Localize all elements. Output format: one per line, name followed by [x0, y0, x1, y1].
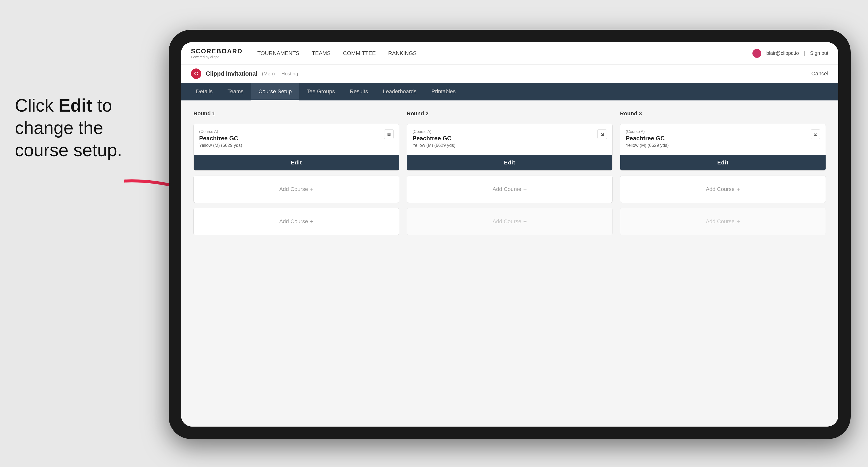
course-card-header: (Course A) Peachtree GC Yellow (M) (6629…: [199, 129, 394, 148]
round-3-add-course-1[interactable]: Add Course +: [620, 176, 826, 203]
tab-teams[interactable]: Teams: [220, 83, 251, 100]
tournament-name: Clippd Invitational: [206, 70, 257, 77]
r3-course-card-info: (Course A) Peachtree GC Yellow (M) (6629…: [626, 129, 811, 148]
r2-course-details: Yellow (M) (6629 yds): [412, 143, 597, 148]
r3-course-label: (Course A): [626, 129, 811, 134]
r3-add-course-label-2: Add Course: [706, 218, 735, 225]
rounds-container: Round 1 (Course A) Peachtree GC Yellow (…: [193, 111, 826, 235]
nav-link-rankings[interactable]: RANKINGS: [388, 50, 416, 57]
top-nav: SCOREBOARD Powered by clippd TOURNAMENTS…: [181, 42, 838, 64]
tournament-logo: C: [191, 68, 202, 79]
tab-details[interactable]: Details: [188, 83, 220, 100]
sign-out-link[interactable]: Sign out: [810, 50, 828, 56]
r3-course-delete-button[interactable]: ⊠: [811, 129, 820, 139]
r2-add-course-plus-icon: +: [523, 186, 527, 193]
instruction-text: Click Edit tochange thecourse setup.: [15, 94, 122, 161]
user-avatar: [752, 49, 762, 58]
round-3-title: Round 3: [620, 111, 826, 117]
r3-course-name: Peachtree GC: [626, 135, 811, 142]
logo-title: SCOREBOARD: [191, 48, 243, 55]
round-1-title: Round 1: [193, 111, 399, 117]
round-3-edit-button[interactable]: Edit: [620, 155, 826, 170]
round-1-edit-button[interactable]: Edit: [194, 155, 399, 170]
r3-course-details: Yellow (M) (6629 yds): [626, 143, 811, 148]
r2-add-course-label: Add Course: [493, 186, 521, 192]
r2-add-course-label-2: Add Course: [493, 218, 521, 225]
round-2-course-card: (Course A) Peachtree GC Yellow (M) (6629…: [407, 124, 613, 170]
scoreboard-logo: SCOREBOARD Powered by clippd: [191, 48, 243, 59]
user-email: blair@clippd.io: [766, 50, 799, 56]
tournament-gender: (Men): [262, 71, 275, 76]
tablet-frame: SCOREBOARD Powered by clippd TOURNAMENTS…: [168, 30, 850, 439]
nav-link-teams[interactable]: TEAMS: [312, 50, 331, 57]
nav-links: TOURNAMENTS TEAMS COMMITTEE RANKINGS: [257, 50, 416, 57]
nav-link-committee[interactable]: COMMITTEE: [343, 50, 376, 57]
tournament-status: Hosting: [281, 71, 298, 76]
add-course-plus-icon-2: +: [310, 218, 313, 225]
tablet-screen: SCOREBOARD Powered by clippd TOURNAMENTS…: [181, 42, 838, 427]
round-3-add-course-2: Add Course +: [620, 208, 826, 235]
round-2-add-course-1[interactable]: Add Course +: [407, 176, 613, 203]
tab-course-setup[interactable]: Course Setup: [251, 83, 299, 100]
course-delete-button[interactable]: ⊠: [384, 129, 394, 139]
r3-add-course-label: Add Course: [706, 186, 735, 192]
tab-tee-groups[interactable]: Tee Groups: [299, 83, 342, 100]
round-2-title: Round 2: [407, 111, 613, 117]
add-course-label-2: Add Course: [279, 218, 308, 225]
r3-course-card-actions: ⊠: [811, 129, 820, 139]
tabs-bar: Details Teams Course Setup Tee Groups Re…: [181, 83, 838, 100]
round-2-add-course-2: Add Course +: [407, 208, 613, 235]
r2-course-card-info: (Course A) Peachtree GC Yellow (M) (6629…: [412, 129, 597, 148]
r3-add-course-plus-icon: +: [737, 186, 740, 193]
add-course-label: Add Course: [279, 186, 308, 192]
tournament-info: C Clippd Invitational (Men) Hosting: [191, 68, 298, 79]
r2-course-label: (Course A): [412, 129, 597, 134]
round-2-edit-button[interactable]: Edit: [407, 155, 612, 170]
round-3-column: Round 3 (Course A) Peachtree GC Yellow (…: [620, 111, 826, 235]
round-1-add-course-2[interactable]: Add Course +: [193, 208, 399, 235]
r2-course-name: Peachtree GC: [412, 135, 597, 142]
nav-left: SCOREBOARD Powered by clippd TOURNAMENTS…: [191, 48, 416, 59]
add-course-plus-icon: +: [310, 186, 313, 193]
main-content: Round 1 (Course A) Peachtree GC Yellow (…: [181, 100, 838, 427]
logo-sub: Powered by clippd: [191, 55, 243, 59]
nav-link-tournaments[interactable]: TOURNAMENTS: [257, 50, 300, 57]
r2-course-delete-button[interactable]: ⊠: [597, 129, 607, 139]
course-label: (Course A): [199, 129, 384, 134]
r2-course-card-header: (Course A) Peachtree GC Yellow (M) (6629…: [412, 129, 607, 148]
course-card-info: (Course A) Peachtree GC Yellow (M) (6629…: [199, 129, 384, 148]
r2-add-course-plus-icon-2: +: [523, 218, 527, 225]
r3-course-card-header: (Course A) Peachtree GC Yellow (M) (6629…: [626, 129, 820, 148]
round-1-column: Round 1 (Course A) Peachtree GC Yellow (…: [193, 111, 399, 235]
course-card-actions: ⊠: [384, 129, 394, 139]
round-1-course-card: (Course A) Peachtree GC Yellow (M) (6629…: [193, 124, 399, 170]
tournament-bar: C Clippd Invitational (Men) Hosting Canc…: [181, 64, 838, 83]
tab-results[interactable]: Results: [342, 83, 375, 100]
course-name: Peachtree GC: [199, 135, 384, 142]
r3-add-course-plus-icon-2: +: [737, 218, 740, 225]
nav-right: blair@clippd.io | Sign out: [752, 49, 828, 58]
tab-printables[interactable]: Printables: [424, 83, 463, 100]
cancel-button[interactable]: Cancel: [811, 70, 828, 77]
round-1-add-course-1[interactable]: Add Course +: [193, 176, 399, 203]
nav-separator: |: [804, 50, 805, 56]
round-3-course-card: (Course A) Peachtree GC Yellow (M) (6629…: [620, 124, 826, 170]
tab-leaderboards[interactable]: Leaderboards: [375, 83, 424, 100]
round-2-column: Round 2 (Course A) Peachtree GC Yellow (…: [407, 111, 613, 235]
course-details: Yellow (M) (6629 yds): [199, 143, 384, 148]
r2-course-card-actions: ⊠: [597, 129, 607, 139]
